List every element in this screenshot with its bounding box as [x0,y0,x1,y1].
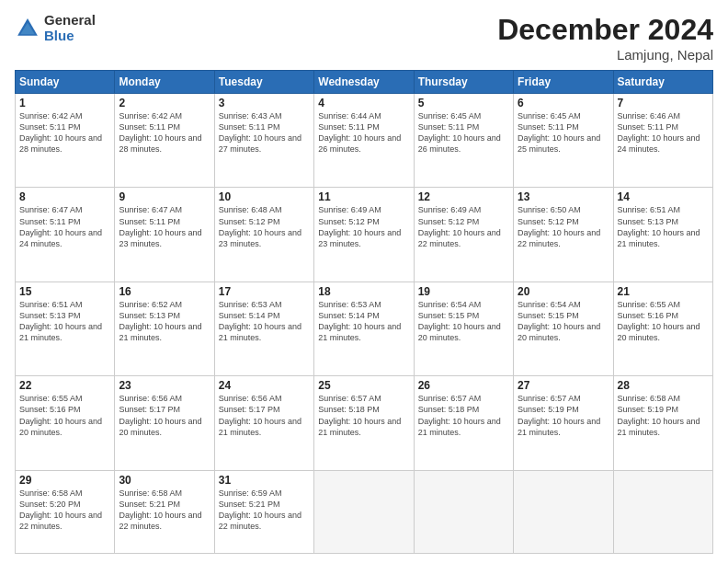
day-number: 25 [318,379,409,392]
col-wednesday: Wednesday [314,71,414,94]
calendar-cell: 23 Sunrise: 6:56 AM Sunset: 5:17 PM Dayl… [115,376,214,470]
calendar-cell: 15 Sunrise: 6:51 AM Sunset: 5:13 PM Dayl… [16,282,115,375]
logo-general: General [44,13,96,29]
week-row-5: 29 Sunrise: 6:58 AM Sunset: 5:20 PM Dayl… [16,470,713,553]
day-info: Sunrise: 6:44 AM Sunset: 5:11 PM Dayligh… [318,110,409,155]
day-info: Sunrise: 6:45 AM Sunset: 5:11 PM Dayligh… [418,110,509,155]
header: General Blue December 2024 Lamjung, Nepa… [15,13,713,63]
calendar: Sunday Monday Tuesday Wednesday Thursday… [15,70,713,554]
calendar-cell: 5 Sunrise: 6:45 AM Sunset: 5:11 PM Dayli… [414,94,513,188]
page: General Blue December 2024 Lamjung, Nepa… [0,0,728,563]
day-number: 24 [219,379,310,392]
col-tuesday: Tuesday [214,71,313,94]
day-info: Sunrise: 6:53 AM Sunset: 5:14 PM Dayligh… [318,299,409,344]
calendar-cell: 10 Sunrise: 6:48 AM Sunset: 5:12 PM Dayl… [214,188,313,282]
calendar-cell: 11 Sunrise: 6:49 AM Sunset: 5:12 PM Dayl… [314,188,414,282]
calendar-cell: 1 Sunrise: 6:42 AM Sunset: 5:11 PM Dayli… [16,94,115,188]
day-number: 6 [518,97,609,109]
logo-text: General Blue [44,13,96,43]
day-number: 27 [518,379,609,392]
calendar-cell: 28 Sunrise: 6:58 AM Sunset: 5:19 PM Dayl… [613,376,712,470]
calendar-cell: 6 Sunrise: 6:45 AM Sunset: 5:11 PM Dayli… [514,94,613,188]
day-info: Sunrise: 6:58 AM Sunset: 5:20 PM Dayligh… [19,488,110,533]
day-number: 14 [618,190,709,203]
month-title: December 2024 [497,13,713,47]
day-info: Sunrise: 6:57 AM Sunset: 5:18 PM Dayligh… [418,393,509,438]
day-number: 22 [19,379,110,392]
calendar-cell: 14 Sunrise: 6:51 AM Sunset: 5:13 PM Dayl… [613,188,712,282]
day-info: Sunrise: 6:48 AM Sunset: 5:12 PM Dayligh… [219,204,310,249]
day-number: 5 [418,97,509,109]
day-number: 11 [318,190,409,203]
week-row-3: 15 Sunrise: 6:51 AM Sunset: 5:13 PM Dayl… [16,282,713,375]
day-number: 3 [219,97,310,109]
logo-icon [15,16,40,41]
day-info: Sunrise: 6:57 AM Sunset: 5:19 PM Dayligh… [518,393,609,438]
day-info: Sunrise: 6:43 AM Sunset: 5:11 PM Dayligh… [219,110,310,155]
day-number: 20 [518,285,609,298]
day-number: 16 [119,285,210,298]
day-number: 19 [418,285,509,298]
day-info: Sunrise: 6:58 AM Sunset: 5:19 PM Dayligh… [618,393,709,438]
day-info: Sunrise: 6:46 AM Sunset: 5:11 PM Dayligh… [618,110,709,155]
day-info: Sunrise: 6:53 AM Sunset: 5:14 PM Dayligh… [219,299,310,344]
day-number: 15 [19,285,110,298]
calendar-cell: 13 Sunrise: 6:50 AM Sunset: 5:12 PM Dayl… [514,188,613,282]
day-number: 30 [119,474,210,487]
day-info: Sunrise: 6:54 AM Sunset: 5:15 PM Dayligh… [418,299,509,344]
day-number: 8 [19,190,110,203]
col-sunday: Sunday [16,71,115,94]
day-number: 18 [318,285,409,298]
day-info: Sunrise: 6:55 AM Sunset: 5:16 PM Dayligh… [618,299,709,344]
day-info: Sunrise: 6:49 AM Sunset: 5:12 PM Dayligh… [318,204,409,249]
day-info: Sunrise: 6:54 AM Sunset: 5:15 PM Dayligh… [518,299,609,344]
day-info: Sunrise: 6:51 AM Sunset: 5:13 PM Dayligh… [618,204,709,249]
calendar-cell: 20 Sunrise: 6:54 AM Sunset: 5:15 PM Dayl… [514,282,613,375]
day-number: 4 [318,97,409,109]
day-number: 2 [119,97,210,109]
day-info: Sunrise: 6:55 AM Sunset: 5:16 PM Dayligh… [19,393,110,438]
day-number: 12 [418,190,509,203]
calendar-cell: 12 Sunrise: 6:49 AM Sunset: 5:12 PM Dayl… [414,188,513,282]
calendar-cell: 9 Sunrise: 6:47 AM Sunset: 5:11 PM Dayli… [115,188,214,282]
day-info: Sunrise: 6:50 AM Sunset: 5:12 PM Dayligh… [518,204,609,249]
day-number: 13 [518,190,609,203]
week-row-4: 22 Sunrise: 6:55 AM Sunset: 5:16 PM Dayl… [16,376,713,470]
day-number: 7 [618,97,709,109]
day-number: 26 [418,379,509,392]
calendar-cell: 31 Sunrise: 6:59 AM Sunset: 5:21 PM Dayl… [214,470,313,553]
calendar-cell: 30 Sunrise: 6:58 AM Sunset: 5:21 PM Dayl… [115,470,214,553]
day-number: 17 [219,285,310,298]
day-info: Sunrise: 6:45 AM Sunset: 5:11 PM Dayligh… [518,110,609,155]
col-friday: Friday [514,71,613,94]
day-info: Sunrise: 6:47 AM Sunset: 5:11 PM Dayligh… [119,204,210,249]
calendar-cell: 3 Sunrise: 6:43 AM Sunset: 5:11 PM Dayli… [214,94,313,188]
day-info: Sunrise: 6:56 AM Sunset: 5:17 PM Dayligh… [219,393,310,438]
calendar-cell: 2 Sunrise: 6:42 AM Sunset: 5:11 PM Dayli… [115,94,214,188]
calendar-cell: 4 Sunrise: 6:44 AM Sunset: 5:11 PM Dayli… [314,94,414,188]
day-number: 23 [119,379,210,392]
day-number: 10 [219,190,310,203]
calendar-cell [613,470,712,553]
calendar-cell: 25 Sunrise: 6:57 AM Sunset: 5:18 PM Dayl… [314,376,414,470]
calendar-header-row: Sunday Monday Tuesday Wednesday Thursday… [16,71,713,94]
calendar-cell [414,470,513,553]
day-info: Sunrise: 6:51 AM Sunset: 5:13 PM Dayligh… [19,299,110,344]
week-row-1: 1 Sunrise: 6:42 AM Sunset: 5:11 PM Dayli… [16,94,713,188]
day-info: Sunrise: 6:57 AM Sunset: 5:18 PM Dayligh… [318,393,409,438]
calendar-cell: 8 Sunrise: 6:47 AM Sunset: 5:11 PM Dayli… [16,188,115,282]
calendar-cell: 21 Sunrise: 6:55 AM Sunset: 5:16 PM Dayl… [613,282,712,375]
day-info: Sunrise: 6:49 AM Sunset: 5:12 PM Dayligh… [418,204,509,249]
week-row-2: 8 Sunrise: 6:47 AM Sunset: 5:11 PM Dayli… [16,188,713,282]
col-thursday: Thursday [414,71,513,94]
day-number: 1 [19,97,110,109]
calendar-cell [514,470,613,553]
calendar-cell: 27 Sunrise: 6:57 AM Sunset: 5:19 PM Dayl… [514,376,613,470]
calendar-cell: 29 Sunrise: 6:58 AM Sunset: 5:20 PM Dayl… [16,470,115,553]
day-number: 31 [219,474,310,487]
calendar-cell: 24 Sunrise: 6:56 AM Sunset: 5:17 PM Dayl… [214,376,313,470]
col-saturday: Saturday [613,71,712,94]
day-number: 28 [618,379,709,392]
day-number: 29 [19,474,110,487]
day-number: 9 [119,190,210,203]
